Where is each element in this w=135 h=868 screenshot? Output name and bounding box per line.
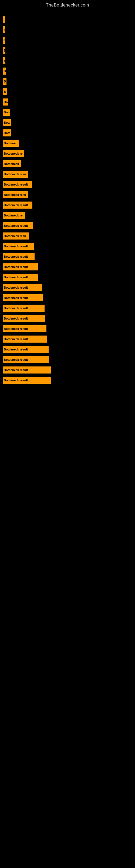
bar-label-text: Bottleneck result: [4, 368, 28, 372]
bar-row: Bottleneck result: [3, 241, 132, 251]
bar: Bo: [3, 98, 8, 105]
bar-row: Bottleneck resu: [3, 231, 132, 241]
bar-row: Bottleneck re: [3, 210, 132, 220]
bar-label-text: B: [4, 28, 5, 31]
bar: B: [3, 57, 5, 64]
bar-label-text: Bottleneck result: [4, 183, 28, 186]
bar: Bottleneck result: [3, 253, 35, 260]
bar: B: [3, 37, 5, 44]
bar-label-text: B: [4, 49, 5, 52]
bar-row: Bottleneck result: [3, 365, 132, 375]
bar: B: [3, 78, 6, 85]
bar-label-text: Bottleneck result: [4, 307, 28, 310]
bar-row: Bottleneck result: [3, 272, 132, 282]
bar: B: [3, 88, 7, 95]
bar-label-text: Bott: [4, 131, 10, 134]
bar-label-text: Bottleneck result: [4, 296, 28, 300]
bar-label-text: Bottleneck result: [4, 348, 28, 351]
bar: Bott: [3, 119, 11, 126]
bar-row: B: [3, 25, 132, 35]
bar-label-text: Bottlenec: [4, 142, 17, 145]
bar: Bottleneck re: [3, 150, 24, 157]
site-title: TheBottlenecker.com: [0, 0, 135, 9]
bar: Bottleneck re: [3, 212, 25, 219]
bar-row: Bottleneck result: [3, 220, 132, 231]
bar-row: Bottleneck result: [3, 262, 132, 272]
bar-row: Bottleneck result: [3, 282, 132, 293]
bar: Bottleneck result: [3, 222, 33, 229]
bar-label-text: Bottleneck result: [4, 245, 28, 248]
bar: Bottleneck result: [3, 264, 38, 271]
bar: Bottleneck result: [3, 346, 49, 353]
bar-label-text: B: [4, 69, 6, 73]
bar-label-text: Bottleneck result: [4, 337, 28, 341]
bar-row: Bottleneck result: [3, 354, 132, 365]
bar: Bottleneck result: [3, 377, 51, 384]
bar: Bottleneck result: [3, 181, 32, 188]
bar-row: Bott: [3, 118, 132, 128]
bar-label-text: B: [4, 38, 5, 42]
bar-row: B: [3, 35, 132, 45]
bar: B: [3, 67, 6, 74]
bar: Bottleneck resu: [3, 232, 29, 240]
bar: Bott: [3, 109, 10, 116]
bar: Bottleneck result: [3, 336, 47, 343]
bar-row: Bottleneck result: [3, 179, 132, 190]
bar-row: B: [3, 87, 132, 97]
bar-row: Bottleneck resu: [3, 190, 132, 200]
bar: Bottleneck result: [3, 243, 34, 250]
bar-label-text: Bottleneck resu: [4, 235, 26, 238]
bar-label-text: B: [4, 90, 6, 93]
bar: Bottleneck result: [3, 305, 45, 312]
bar-label-text: Bottleneck result: [4, 255, 28, 258]
bar-row: Bottleneck result: [3, 313, 132, 323]
bar-row: Bottleneck result: [3, 303, 132, 313]
bar-row: Bottleneck resu: [3, 169, 132, 179]
bars-container: BBBBBBBBoBottBottBottBottlenecBottleneck…: [0, 9, 135, 385]
bar-label-text: Bottleneck result: [4, 204, 28, 207]
bar-row: [3, 14, 132, 25]
bar-label-text: Bo: [4, 100, 8, 104]
bar-row: Bottleneck re: [3, 148, 132, 159]
bar-row: Bottleneck result: [3, 344, 132, 354]
bar-label-text: Bottleneck result: [4, 276, 28, 279]
bar-label-text: Bottleneck result: [4, 286, 28, 289]
bar-row: B: [3, 76, 132, 87]
bar: Bott: [3, 129, 11, 136]
bar: Bottleneck result: [3, 367, 51, 373]
bar: Bottleneck result: [3, 294, 43, 301]
bar-row: Bottleneck result: [3, 334, 132, 344]
bar: Bottleneck result: [3, 325, 46, 332]
bar: [3, 16, 5, 23]
bar: B: [3, 47, 5, 54]
bar-row: Bottleneck result: [3, 251, 132, 262]
bar: B: [3, 26, 5, 33]
bar-row: B: [3, 66, 132, 76]
bar: Bottleneck resu: [3, 170, 28, 178]
bar-row: B: [3, 56, 132, 66]
bar: Bottleneck result: [3, 356, 49, 363]
bar-row: Bottleneck result: [3, 375, 132, 385]
bar-label-text: Bottleneck resu: [4, 193, 26, 196]
bar: Bottleneck result: [3, 274, 38, 281]
bar: Bottleneck result: [3, 315, 45, 322]
bar: Bottleneck: [3, 160, 21, 167]
bar-label-text: Bottleneck result: [4, 317, 28, 320]
bar-row: Bottleneck result: [3, 293, 132, 303]
bar: Bottlenec: [3, 140, 19, 147]
bar-label-text: Bottleneck result: [4, 265, 28, 269]
bar-label-text: Bottleneck result: [4, 327, 28, 330]
bar-row: Bott: [3, 128, 132, 138]
bar-row: B: [3, 45, 132, 56]
bar-label-text: Bottleneck re: [4, 214, 23, 217]
bar-row: Bottleneck result: [3, 323, 132, 334]
bar-label-text: Bottleneck result: [4, 358, 28, 361]
bar-row: Bottleneck: [3, 159, 132, 169]
bar-label-text: Bottleneck re: [4, 152, 23, 155]
bar-label-text: B: [4, 80, 6, 83]
bar-label-text: Bottleneck result: [4, 379, 28, 382]
bar-label-text: Bottleneck result: [4, 224, 28, 227]
bar-row: Bott: [3, 107, 132, 118]
bar-label-text: B: [4, 59, 5, 62]
bar: Bottleneck resu: [3, 191, 28, 198]
